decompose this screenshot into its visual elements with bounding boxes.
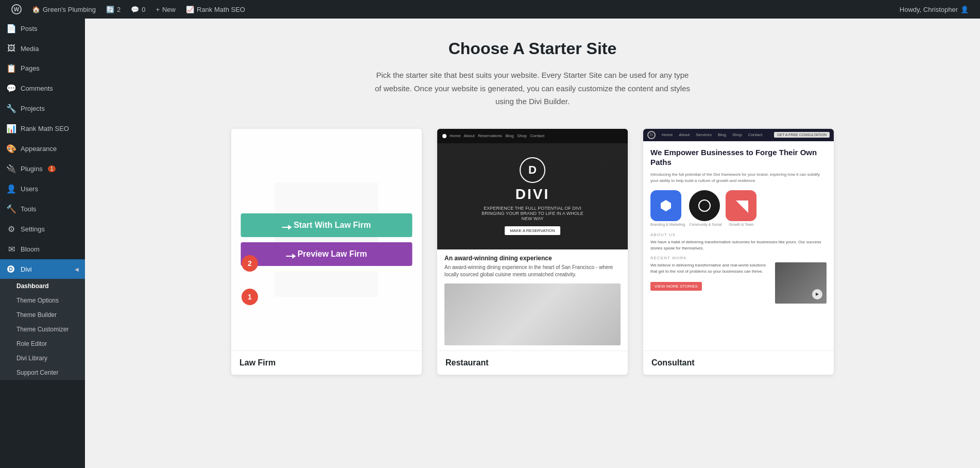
- cons-icon-1: Branding & Marketing: [650, 190, 685, 226]
- avatar-icon: 👤: [960, 6, 969, 13]
- badge-number-2: 2: [242, 255, 258, 272]
- updates-count: 2: [117, 6, 121, 13]
- updates-icon: 🔄: [106, 6, 114, 13]
- layout: 📄 Posts 🖼 Media 📋 Pages 💬 Comments 🔧 Pro…: [0, 19, 980, 468]
- comments-side-icon: 💬: [6, 83, 16, 93]
- settings-icon: ⚙: [6, 224, 16, 234]
- svg-marker-0: [661, 200, 671, 211]
- plugins-icon: 🔌: [6, 164, 16, 174]
- sidebar-item-pages[interactable]: 📋 Pages: [0, 58, 85, 78]
- preview-arrow: [286, 256, 295, 257]
- sidebar-item-settings[interactable]: ⚙ Settings: [0, 219, 85, 239]
- sidebar-item-plugins[interactable]: 🔌 Plugins 1: [0, 159, 85, 179]
- rest-nav-links: Home About Reservations Blog Shop Contac…: [450, 133, 544, 138]
- rest-title: DIVI: [515, 186, 549, 203]
- cons-red-icon: [726, 190, 757, 221]
- sidebar-item-appearance[interactable]: 🎨 Appearance: [0, 139, 85, 159]
- sidebar: 📄 Posts 🖼 Media 📋 Pages 💬 Comments 🔧 Pro…: [0, 19, 85, 468]
- sidebar-label-settings: Settings: [21, 225, 45, 233]
- rankmath-icon: 📈: [186, 6, 194, 13]
- sidebar-label-rankmath: Rank Math SEO: [21, 125, 69, 132]
- cons-cta-top[interactable]: GET A FREE CONSULTATION: [774, 132, 830, 138]
- start-arrow: [282, 227, 291, 228]
- sidebar-label-comments: Comments: [21, 85, 53, 92]
- cons-nav-shop: Shop: [732, 132, 742, 137]
- cons-nav: D Home About Services Blog Shop Contact …: [643, 129, 834, 141]
- sidebar-label-appearance: Appearance: [21, 145, 57, 153]
- sidebar-sub-theme-builder[interactable]: Theme Builder: [0, 308, 85, 322]
- divi-icon: D: [6, 264, 16, 274]
- svg-marker-2: [736, 200, 748, 213]
- sidebar-label-posts: Posts: [21, 25, 38, 32]
- sidebar-item-bloom[interactable]: ✉ Bloom: [0, 239, 85, 259]
- cons-play-icon[interactable]: ▶: [812, 289, 822, 299]
- sidebar-sub-theme-options[interactable]: Theme Options: [0, 293, 85, 308]
- sidebar-item-media[interactable]: 🖼 Media: [0, 39, 85, 58]
- preview-law-firm-label: Preview Law Firm: [298, 249, 367, 258]
- projects-icon: 🔧: [6, 104, 16, 113]
- new-item[interactable]: + New: [150, 0, 181, 19]
- cons-nav-about: About: [679, 132, 690, 137]
- rest-bottom-title: An award-winning dining experience: [444, 255, 621, 262]
- cons-cta-bottom[interactable]: VIEW MORE STORIES: [650, 282, 702, 291]
- sidebar-sub-support-center[interactable]: Support Center: [0, 365, 85, 380]
- rest-nav: Home About Reservations Blog Shop Contac…: [437, 129, 628, 143]
- howdy-label: Howdy, Christopher: [900, 6, 958, 13]
- preview-law-firm-button[interactable]: Preview Law Firm: [241, 242, 412, 266]
- rankmath-topbar-label: Rank Math SEO: [197, 6, 245, 13]
- sidebar-sub-divi-library[interactable]: Divi Library: [0, 351, 85, 365]
- cons-lower-text: We believe in delivering transformative …: [650, 262, 770, 304]
- rest-bottom-section: An award-winning dining experience An aw…: [437, 249, 628, 350]
- site-name-item[interactable]: 🏠 Green's Plumbing: [27, 0, 101, 19]
- restaurant-label: Restaurant: [437, 350, 628, 375]
- sidebar-label-projects: Projects: [21, 105, 45, 112]
- sidebar-label-media: Media: [21, 45, 39, 53]
- start-law-firm-label: Start With Law Firm: [294, 221, 371, 229]
- svg-point-1: [699, 200, 710, 211]
- page-subtitle: Pick the starter site that best suits yo…: [373, 69, 692, 108]
- updates-item[interactable]: 🔄 2: [101, 0, 126, 19]
- restaurant-mockup: Home About Reservations Blog Shop Contac…: [437, 129, 628, 350]
- comments-item[interactable]: 💬 0: [126, 0, 150, 19]
- plugins-badge: 1: [48, 165, 56, 172]
- sidebar-sub-dashboard[interactable]: Dashboard: [0, 279, 85, 293]
- card-action-buttons: Start With Law Firm Preview Law Firm: [241, 213, 412, 266]
- consultant-label: Consultant: [643, 350, 834, 375]
- sidebar-item-comments[interactable]: 💬 Comments: [0, 78, 85, 98]
- wp-logo-icon: W: [11, 4, 22, 14]
- sidebar-item-divi[interactable]: D Divi ◀: [0, 259, 85, 279]
- law-firm-preview: 2 1 Start With Law Firm: [231, 129, 422, 350]
- starter-sites-row: 2 1 Start With Law Firm: [100, 129, 965, 375]
- tools-icon: 🔨: [6, 204, 16, 214]
- sidebar-sub-role-editor[interactable]: Role Editor: [0, 337, 85, 351]
- howdy-item[interactable]: Howdy, Christopher 👤: [895, 0, 974, 19]
- law-firm-card: 2 1 Start With Law Firm: [231, 129, 422, 375]
- sidebar-item-rankmath[interactable]: 📊 Rank Math SEO: [0, 119, 85, 139]
- start-with-law-firm-button[interactable]: Start With Law Firm: [241, 213, 412, 237]
- cons-body: We Empower Businesses to Forge Their Own…: [643, 141, 834, 350]
- rankmath-item[interactable]: 📈 Rank Math SEO: [181, 0, 250, 19]
- sidebar-label-pages: Pages: [21, 64, 40, 72]
- sidebar-item-tools[interactable]: 🔨 Tools: [0, 199, 85, 219]
- sidebar-item-posts[interactable]: 📄 Posts: [0, 19, 85, 39]
- rest-cta-btn[interactable]: MAKE A RESERVATION: [505, 226, 560, 235]
- consultant-mockup: D Home About Services Blog Shop Contact …: [643, 129, 834, 350]
- cons-about-title: ABOUT US: [650, 232, 827, 237]
- sidebar-item-users[interactable]: 👤 Users: [0, 179, 85, 199]
- comments-icon: 💬: [131, 6, 139, 13]
- pages-icon: 📋: [6, 63, 16, 73]
- sidebar-label-tools: Tools: [21, 205, 36, 213]
- cons-icon-2: Community & Social: [689, 190, 721, 226]
- rankmath-side-icon: 📊: [6, 124, 16, 133]
- law-firm-label: Law Firm: [231, 350, 422, 375]
- cons-hero-text: Introducing the full potential of the Di…: [650, 172, 827, 184]
- sidebar-sub-theme-customizer[interactable]: Theme Customizer: [0, 322, 85, 337]
- sidebar-item-projects[interactable]: 🔧 Projects: [0, 98, 85, 119]
- new-label: New: [162, 6, 176, 13]
- sidebar-label-bloom: Bloom: [21, 245, 40, 253]
- home-icon: 🏠: [32, 6, 40, 13]
- cons-nav-home: Home: [662, 132, 673, 137]
- wp-logo-item[interactable]: W: [6, 0, 27, 19]
- rest-image: [444, 283, 621, 345]
- rest-hero-section: D DIVI EXPERIENCE THE FULL POTENTIAL OF …: [437, 143, 628, 249]
